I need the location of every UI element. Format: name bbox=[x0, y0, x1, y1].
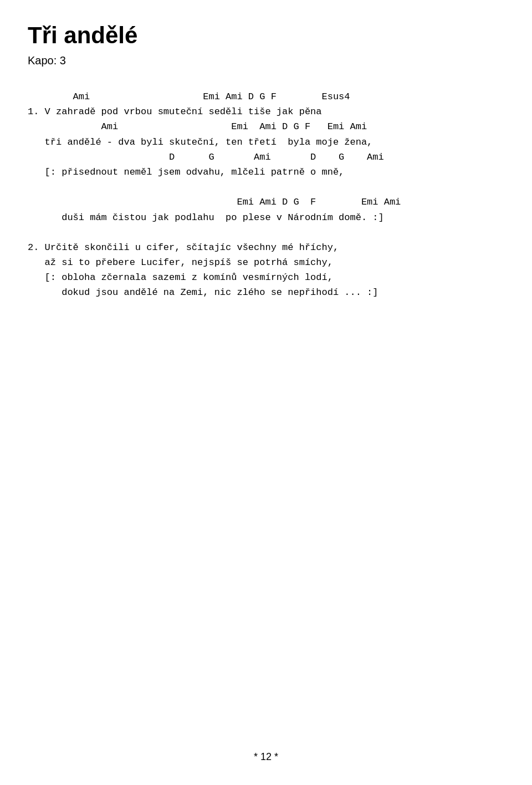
kapo-info: Kapo: 3 bbox=[28, 54, 504, 67]
song-content: Ami Emi Ami D G F Esus4 1. V zahradě pod… bbox=[28, 89, 504, 300]
page-footer: * 12 * bbox=[0, 751, 532, 763]
page-title: Tři andělé bbox=[28, 22, 504, 49]
